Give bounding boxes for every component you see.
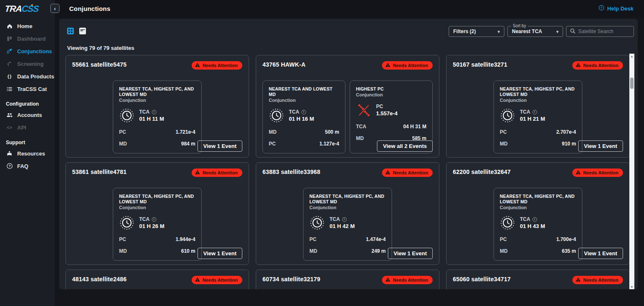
badge-label: Needs Attention xyxy=(203,170,238,175)
conjunction-panel-title: NEAREST TCA, HIGHEST PC, AND LOWEST MD xyxy=(500,194,576,205)
needs-attention-badge: Needs Attention xyxy=(572,61,623,70)
sidebar-item-screening[interactable]: Screening xyxy=(0,57,55,70)
clock-icon xyxy=(269,108,284,123)
chevron-down-icon: ▾ xyxy=(556,29,558,34)
help-desk-link[interactable]: ? Help Desk xyxy=(598,0,634,17)
metric-label: TCA i xyxy=(139,216,164,222)
svg-text:?: ? xyxy=(600,6,602,10)
view-events-button[interactable]: View all 2 Events xyxy=(377,140,433,152)
clock-icon xyxy=(119,215,135,231)
sidebar-item-home[interactable]: Home xyxy=(0,20,55,32)
scroll-up-icon[interactable]: ▲ xyxy=(629,54,634,59)
vertical-scrollbar[interactable]: ▲ ▼ xyxy=(629,54,634,289)
conjunction-panel: NEAREST TCA, HIGHEST PC, AND LOWEST MD C… xyxy=(493,80,582,153)
clock-icon xyxy=(309,215,325,231)
sidebar-section-support: Support xyxy=(0,140,55,145)
warning-triangle-icon xyxy=(195,277,200,283)
row-label: PC xyxy=(500,129,507,135)
card-header: 43765 HAWK-A Needs Attention xyxy=(262,61,433,70)
info-icon[interactable]: i xyxy=(532,110,537,114)
metric-row: MD 984 m xyxy=(119,141,195,147)
row-value: 1.474e-4 xyxy=(366,236,386,242)
page-title: Conjunctions xyxy=(69,5,110,12)
card-header: 60734 satellite32179 Needs Attention xyxy=(262,276,433,284)
primary-metric: TCA i 01 H 16 M xyxy=(269,108,339,123)
view-events-button[interactable]: View 1 Event xyxy=(388,248,433,259)
metric-label: TCA i xyxy=(520,109,545,115)
sidebar: TRACSS Home Dashboard Conjunctions Scree… xyxy=(0,0,55,306)
card-header: 53861 satellite4781 Needs Attention xyxy=(72,169,242,177)
sidebar-item-tracss-cat[interactable]: TraCSS Cat xyxy=(0,83,55,95)
sidebar-collapse-button[interactable]: ‹ xyxy=(50,4,60,13)
chevron-down-icon: ▾ xyxy=(498,29,500,34)
row-value: 910 m xyxy=(562,141,576,147)
row-value: 2.707e-4 xyxy=(556,129,576,135)
sidebar-item-dashboard[interactable]: Dashboard xyxy=(0,32,55,45)
info-icon[interactable]: i xyxy=(152,217,156,222)
sidebar-item-api[interactable]: <> API xyxy=(0,121,55,134)
metric-row: PC 1.700e-4 xyxy=(500,236,576,242)
filters-dropdown[interactable]: Filters (2) ▾ xyxy=(449,26,504,37)
conjunction-panel-title: HIGHEST PC xyxy=(356,86,426,92)
conjunction-panel-subtitle: Conjunction xyxy=(269,98,339,103)
conjunction-panel-title: NEAREST TCA, HIGHEST PC, AND LOWEST MD xyxy=(309,194,386,205)
row-value: 249 m xyxy=(371,248,386,254)
sidebar-item-resources[interactable]: Resources xyxy=(0,147,55,160)
view-events-button[interactable]: View 1 Event xyxy=(578,248,623,259)
satellite-search-box xyxy=(566,26,634,37)
home-icon xyxy=(6,23,13,30)
question-circle-icon: ? xyxy=(6,163,13,170)
logo-text-tra: TRA xyxy=(4,4,22,13)
conjunction-panel-title: NEAREST TCA, HIGHEST PC, AND LOWEST MD xyxy=(119,86,195,97)
svg-text:?: ? xyxy=(8,164,10,168)
sidebar-item-conjunctions[interactable]: Conjunctions xyxy=(0,45,55,57)
sidebar-item-label: TraCSS Cat xyxy=(17,86,47,92)
sidebar-item-label: Data Products xyxy=(17,73,54,80)
row-value: 04 H 31 M xyxy=(403,124,426,130)
warning-triangle-icon xyxy=(575,62,581,69)
tracss-logo: TRACSS xyxy=(0,0,56,14)
view-events-button[interactable]: View 1 Event xyxy=(578,140,623,152)
info-icon[interactable]: i xyxy=(152,110,156,114)
sidebar-item-label: API xyxy=(17,124,26,131)
sidebar-item-accounts[interactable]: Accounts xyxy=(0,109,55,121)
scrollbar-thumb[interactable] xyxy=(630,78,634,89)
satellite-title: 65060 satellite34717 xyxy=(453,276,511,283)
info-icon[interactable]: i xyxy=(532,217,537,222)
conjunction-panel: NEAREST TCA, HIGHEST PC, AND LOWEST MD C… xyxy=(113,80,202,153)
conjunction-panel: NEAREST TCA, HIGHEST PC, AND LOWEST MD C… xyxy=(113,188,202,261)
sidebar-item-label: Resources xyxy=(17,150,45,157)
sort-value: Nearest TCA xyxy=(512,29,542,34)
metric-value: 01 H 21 M xyxy=(520,116,545,122)
conjunction-panel-subtitle: Conjunction xyxy=(309,205,386,210)
satellite-card: 63883 satellite33968 Needs Attention NEA… xyxy=(256,162,439,265)
needs-attention-badge: Needs Attention xyxy=(382,61,433,70)
sidebar-item-faq[interactable]: ? FAQ xyxy=(0,160,55,172)
view-events-button[interactable]: View 1 Event xyxy=(197,248,242,259)
primary-metric: TCA i 01 H 21 M xyxy=(500,108,576,123)
sidebar-item-data-products[interactable]: { } Data Products xyxy=(0,70,55,83)
primary-metric: TCA i 01 H 43 M xyxy=(500,215,576,231)
badge-label: Needs Attention xyxy=(583,277,618,283)
metric-value: 01 H 16 M xyxy=(289,116,314,122)
conjunction-panel-subtitle: Conjunction xyxy=(119,205,195,210)
grid-view-icon[interactable] xyxy=(67,28,74,34)
metric-row: PC 1.721e-4 xyxy=(119,129,195,135)
metric-label: PC xyxy=(376,104,397,109)
sort-dropdown[interactable]: Sort by Nearest TCA ▾ xyxy=(507,26,563,37)
metric-label: TCA i xyxy=(330,216,355,222)
info-icon[interactable]: i xyxy=(342,217,347,222)
satellite-title: 53861 satellite4781 xyxy=(72,169,127,175)
search-input[interactable] xyxy=(578,29,628,34)
metric-row: MD 635 m xyxy=(500,248,576,254)
conjunction-panel-title: NEAREST TCA, HIGHEST PC, AND LOWEST MD xyxy=(500,86,576,97)
view-toggles xyxy=(67,28,86,34)
warning-triangle-icon xyxy=(195,62,200,69)
sidebar-item-label: Conjunctions xyxy=(17,48,52,54)
list-view-icon[interactable] xyxy=(79,28,86,34)
view-events-button[interactable]: View 1 Event xyxy=(197,140,242,152)
info-icon[interactable]: i xyxy=(301,110,306,114)
clock-icon xyxy=(119,108,135,123)
chevron-left-icon: ‹ xyxy=(54,5,56,12)
scroll-down-icon[interactable]: ▼ xyxy=(629,284,634,289)
